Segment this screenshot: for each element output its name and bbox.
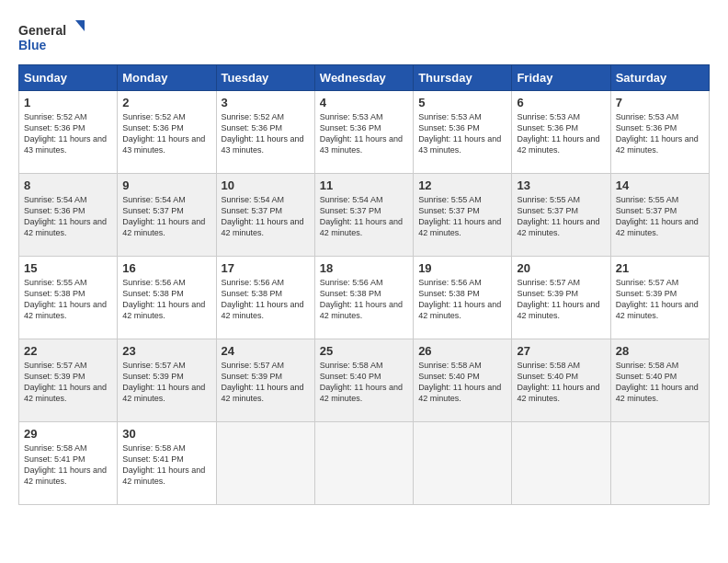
day-info: Sunrise: 5:56 AMSunset: 5:38 PMDaylight:…	[418, 277, 506, 322]
calendar-cell: 14Sunrise: 5:55 AMSunset: 5:37 PMDayligh…	[610, 174, 709, 257]
calendar-cell: 27Sunrise: 5:58 AMSunset: 5:40 PMDayligh…	[512, 339, 610, 422]
svg-text:Blue: Blue	[18, 38, 47, 52]
day-info: Sunrise: 5:56 AMSunset: 5:38 PMDaylight:…	[222, 277, 310, 322]
day-number: 17	[222, 261, 310, 275]
calendar-cell: 28Sunrise: 5:58 AMSunset: 5:40 PMDayligh…	[610, 339, 709, 422]
day-info: Sunrise: 5:53 AMSunset: 5:36 PMDaylight:…	[517, 111, 605, 156]
calendar-cell: 9Sunrise: 5:54 AMSunset: 5:37 PMDaylight…	[118, 174, 216, 257]
calendar-week-5: 29Sunrise: 5:58 AMSunset: 5:41 PMDayligh…	[19, 422, 710, 505]
day-number: 30	[122, 427, 210, 441]
calendar-cell: 16Sunrise: 5:56 AMSunset: 5:38 PMDayligh…	[118, 257, 216, 339]
day-info: Sunrise: 5:57 AMSunset: 5:39 PMDaylight:…	[222, 360, 310, 405]
day-number: 27	[517, 344, 605, 358]
day-number: 11	[320, 178, 408, 192]
calendar-week-3: 15Sunrise: 5:55 AMSunset: 5:38 PMDayligh…	[19, 257, 710, 339]
day-number: 29	[24, 427, 112, 441]
day-info: Sunrise: 5:58 AMSunset: 5:40 PMDaylight:…	[418, 360, 506, 405]
day-number: 9	[122, 178, 210, 192]
day-number: 1	[24, 96, 112, 109]
calendar-cell: 1Sunrise: 5:52 AMSunset: 5:36 PMDaylight…	[19, 91, 118, 174]
calendar-cell: 5Sunrise: 5:53 AMSunset: 5:36 PMDaylight…	[414, 91, 512, 174]
calendar-cell: 6Sunrise: 5:53 AMSunset: 5:36 PMDaylight…	[512, 91, 610, 174]
logo: GeneralBlue	[18, 18, 92, 55]
weekday-header-saturday: Saturday	[610, 65, 709, 91]
calendar-header-row: SundayMondayTuesdayWednesdayThursdayFrid…	[19, 65, 710, 91]
day-number: 14	[616, 178, 704, 192]
day-number: 15	[24, 261, 112, 275]
day-number: 7	[616, 96, 704, 109]
calendar-cell	[512, 422, 610, 505]
day-info: Sunrise: 5:52 AMSunset: 5:36 PMDaylight:…	[222, 111, 310, 156]
weekday-header-thursday: Thursday	[414, 65, 512, 91]
calendar-cell: 8Sunrise: 5:54 AMSunset: 5:36 PMDaylight…	[19, 174, 118, 257]
day-info: Sunrise: 5:54 AMSunset: 5:36 PMDaylight:…	[24, 194, 112, 239]
day-info: Sunrise: 5:58 AMSunset: 5:41 PMDaylight:…	[24, 442, 112, 488]
day-number: 16	[122, 261, 210, 275]
calendar-cell: 3Sunrise: 5:52 AMSunset: 5:36 PMDaylight…	[216, 91, 314, 174]
calendar-cell: 30Sunrise: 5:58 AMSunset: 5:41 PMDayligh…	[118, 422, 216, 505]
calendar-week-2: 8Sunrise: 5:54 AMSunset: 5:36 PMDaylight…	[19, 174, 710, 257]
day-number: 23	[122, 344, 210, 358]
logo-svg: GeneralBlue	[18, 18, 92, 55]
calendar-cell: 4Sunrise: 5:53 AMSunset: 5:36 PMDaylight…	[314, 91, 413, 174]
day-number: 13	[517, 178, 605, 192]
day-info: Sunrise: 5:58 AMSunset: 5:40 PMDaylight:…	[517, 360, 605, 405]
calendar-cell: 26Sunrise: 5:58 AMSunset: 5:40 PMDayligh…	[414, 339, 512, 422]
day-number: 25	[320, 344, 408, 358]
calendar-cell: 11Sunrise: 5:54 AMSunset: 5:37 PMDayligh…	[314, 174, 413, 257]
calendar-cell: 18Sunrise: 5:56 AMSunset: 5:38 PMDayligh…	[314, 257, 413, 339]
weekday-header-wednesday: Wednesday	[314, 65, 413, 91]
weekday-header-monday: Monday	[118, 65, 216, 91]
day-number: 5	[418, 96, 506, 109]
weekday-header-friday: Friday	[512, 65, 610, 91]
day-info: Sunrise: 5:57 AMSunset: 5:39 PMDaylight:…	[616, 277, 704, 322]
day-number: 12	[418, 178, 506, 192]
day-info: Sunrise: 5:54 AMSunset: 5:37 PMDaylight:…	[222, 194, 310, 239]
day-number: 21	[616, 261, 704, 275]
day-number: 18	[320, 261, 408, 275]
calendar-cell	[610, 422, 709, 505]
weekday-header-sunday: Sunday	[19, 65, 118, 91]
day-number: 3	[222, 96, 310, 109]
day-info: Sunrise: 5:52 AMSunset: 5:36 PMDaylight:…	[122, 111, 210, 156]
day-info: Sunrise: 5:55 AMSunset: 5:37 PMDaylight:…	[517, 194, 605, 239]
calendar-cell: 25Sunrise: 5:58 AMSunset: 5:40 PMDayligh…	[314, 339, 413, 422]
calendar-week-4: 22Sunrise: 5:57 AMSunset: 5:39 PMDayligh…	[19, 339, 710, 422]
day-info: Sunrise: 5:57 AMSunset: 5:39 PMDaylight:…	[24, 360, 112, 405]
calendar-cell: 15Sunrise: 5:55 AMSunset: 5:38 PMDayligh…	[19, 257, 118, 339]
day-info: Sunrise: 5:55 AMSunset: 5:37 PMDaylight:…	[418, 194, 506, 239]
day-info: Sunrise: 5:54 AMSunset: 5:37 PMDaylight:…	[320, 194, 408, 239]
calendar-week-1: 1Sunrise: 5:52 AMSunset: 5:36 PMDaylight…	[19, 91, 710, 174]
day-info: Sunrise: 5:56 AMSunset: 5:38 PMDaylight:…	[320, 277, 408, 322]
calendar-cell: 13Sunrise: 5:55 AMSunset: 5:37 PMDayligh…	[512, 174, 610, 257]
day-info: Sunrise: 5:53 AMSunset: 5:36 PMDaylight:…	[616, 111, 704, 156]
day-number: 6	[517, 96, 605, 109]
calendar-cell	[216, 422, 314, 505]
day-info: Sunrise: 5:58 AMSunset: 5:41 PMDaylight:…	[122, 442, 210, 488]
day-info: Sunrise: 5:55 AMSunset: 5:37 PMDaylight:…	[616, 194, 704, 239]
calendar-cell	[414, 422, 512, 505]
day-info: Sunrise: 5:53 AMSunset: 5:36 PMDaylight:…	[418, 111, 506, 156]
day-number: 2	[122, 96, 210, 109]
calendar-cell: 20Sunrise: 5:57 AMSunset: 5:39 PMDayligh…	[512, 257, 610, 339]
calendar-cell	[314, 422, 413, 505]
day-number: 28	[616, 344, 704, 358]
weekday-header-tuesday: Tuesday	[216, 65, 314, 91]
calendar-cell: 2Sunrise: 5:52 AMSunset: 5:36 PMDaylight…	[118, 91, 216, 174]
calendar-cell: 12Sunrise: 5:55 AMSunset: 5:37 PMDayligh…	[414, 174, 512, 257]
svg-text:General: General	[18, 23, 66, 38]
svg-marker-1	[75, 20, 85, 31]
day-number: 10	[222, 178, 310, 192]
day-number: 8	[24, 178, 112, 192]
day-info: Sunrise: 5:58 AMSunset: 5:40 PMDaylight:…	[320, 360, 408, 405]
calendar-cell: 22Sunrise: 5:57 AMSunset: 5:39 PMDayligh…	[19, 339, 118, 422]
calendar-cell: 10Sunrise: 5:54 AMSunset: 5:37 PMDayligh…	[216, 174, 314, 257]
day-number: 22	[24, 344, 112, 358]
calendar-cell: 19Sunrise: 5:56 AMSunset: 5:38 PMDayligh…	[414, 257, 512, 339]
day-info: Sunrise: 5:55 AMSunset: 5:38 PMDaylight:…	[24, 277, 112, 322]
calendar-cell: 7Sunrise: 5:53 AMSunset: 5:36 PMDaylight…	[610, 91, 709, 174]
day-info: Sunrise: 5:52 AMSunset: 5:36 PMDaylight:…	[24, 111, 112, 156]
day-info: Sunrise: 5:53 AMSunset: 5:36 PMDaylight:…	[320, 111, 408, 156]
calendar-table: SundayMondayTuesdayWednesdayThursdayFrid…	[18, 64, 710, 505]
day-info: Sunrise: 5:54 AMSunset: 5:37 PMDaylight:…	[122, 194, 210, 239]
